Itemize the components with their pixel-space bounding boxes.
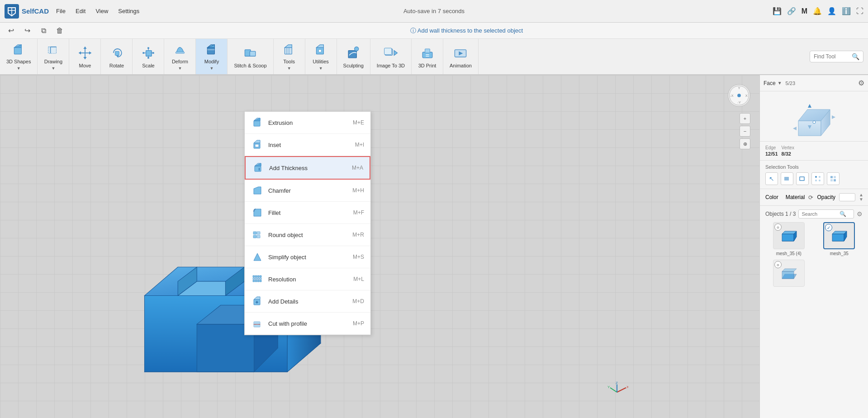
- svg-rect-99: [255, 280, 257, 282]
- fillet-icon: [251, 206, 264, 219]
- svg-rect-25: [147, 57, 149, 59]
- tool-sculpting[interactable]: Sculpting: [337, 39, 370, 74]
- tool-animation[interactable]: Animation: [443, 39, 479, 74]
- menu-item-chamfer[interactable]: Chamfer M+H: [245, 180, 370, 202]
- svg-rect-78: [255, 144, 259, 147]
- menu-item-extrusion[interactable]: Extrusion M+E: [245, 112, 370, 134]
- object-thumb-3[interactable]: ○: [773, 260, 805, 287]
- svg-marker-84: [254, 209, 261, 216]
- sculpting-label: Sculpting: [343, 63, 364, 68]
- svg-rect-94: [253, 278, 255, 280]
- menu-item-fillet[interactable]: Fillet M+F: [245, 202, 370, 224]
- delete-button[interactable]: 🗑: [53, 24, 66, 37]
- chamfer-label: Chamfer: [268, 187, 348, 194]
- select-more-button[interactable]: [827, 172, 840, 185]
- share-icon[interactable]: 🔗: [787, 7, 796, 15]
- objects-search-input[interactable]: [802, 211, 838, 217]
- tool-3d-print[interactable]: 3D Print: [412, 39, 443, 74]
- menu-item-inset[interactable]: Inset M+I: [245, 134, 370, 156]
- app-logo[interactable]: SelfCAD: [5, 4, 49, 19]
- info-icon[interactable]: ℹ️: [842, 7, 851, 15]
- tool-modify[interactable]: Modify ▼: [196, 39, 228, 74]
- autosave-indicator: Auto-save in 7 seconds: [403, 8, 465, 14]
- material-icon[interactable]: ⟳: [808, 194, 813, 201]
- opacity-input[interactable]: 100: [839, 193, 855, 201]
- viewport-compass[interactable]: Y -Y -X X: [728, 84, 750, 107]
- cut-with-profile-shortcut: M+P: [353, 320, 364, 327]
- notification-icon[interactable]: 🔔: [813, 7, 822, 15]
- zoom-out-button[interactable]: −: [740, 126, 750, 137]
- find-tool-icon[interactable]: 🔍: [852, 53, 859, 60]
- inset-label: Inset: [268, 142, 351, 148]
- tool-scale[interactable]: Scale: [133, 39, 164, 74]
- image-to-3d-icon: [383, 45, 399, 61]
- svg-marker-38: [316, 45, 323, 48]
- menu-item-cut-with-profile[interactable]: Cut with profile M+P: [245, 313, 370, 335]
- simplify-object-icon: [251, 251, 264, 263]
- fullscreen-icon[interactable]: ⛶: [856, 7, 863, 15]
- tool-rotate[interactable]: Rotate: [101, 39, 133, 74]
- select-edge-button[interactable]: [796, 172, 809, 185]
- tools-label: Tools: [283, 59, 295, 64]
- undo-button[interactable]: ↩: [5, 24, 17, 37]
- object-check-3[interactable]: ○: [774, 261, 782, 268]
- modify-icon: [204, 43, 220, 57]
- svg-marker-44: [394, 51, 397, 56]
- pan-button[interactable]: ⊕: [740, 138, 750, 149]
- redo-button[interactable]: ↪: [21, 24, 33, 37]
- utilities-label: Utilities: [313, 59, 328, 64]
- tool-utilities[interactable]: Utilities ▼: [305, 39, 337, 74]
- menu-item-round-object[interactable]: Round object M+R: [245, 224, 370, 246]
- select-arrow-button[interactable]: ↖: [765, 172, 778, 185]
- tool-move[interactable]: Move: [69, 39, 101, 74]
- tool-stitch-scoop[interactable]: Stitch & Scoop: [228, 39, 273, 74]
- user-icon[interactable]: 👤: [827, 7, 836, 15]
- rp-settings-icon[interactable]: ⚙: [858, 79, 864, 87]
- cut-with-profile-label: Cut with profile: [268, 320, 348, 327]
- object-thumb-2[interactable]: ✓: [823, 222, 855, 249]
- vertex-stat: Vertex 8/32: [782, 145, 794, 157]
- select-vertex-button[interactable]: [811, 172, 824, 185]
- menu-item-add-details[interactable]: Add Details M+D: [245, 290, 370, 313]
- object-check-1[interactable]: ○: [774, 223, 782, 231]
- svg-marker-34: [285, 45, 292, 48]
- menu-file[interactable]: File: [53, 6, 68, 16]
- inset-shortcut: M+I: [355, 142, 364, 148]
- extrusion-label: Extrusion: [268, 119, 348, 126]
- opacity-stepper-icon[interactable]: ▲▼: [859, 193, 863, 202]
- menu-item-add-thickness[interactable]: Add Thickness M+A: [245, 156, 370, 180]
- svg-marker-12: [83, 57, 86, 59]
- drawing-icon: [45, 43, 62, 57]
- tool-deform[interactable]: Deform ▼: [164, 39, 196, 74]
- tool-image-to-3d[interactable]: Image To 3D: [370, 39, 412, 74]
- duplicate-button[interactable]: ⧉: [37, 24, 50, 37]
- zoom-in-button[interactable]: +: [740, 113, 750, 124]
- menu-item-resolution[interactable]: Resolution M+L: [245, 268, 370, 290]
- svg-rect-124: [830, 179, 833, 181]
- info-bar: ⓘ Add wall thickness to the selected obj…: [70, 27, 863, 35]
- add-details-icon: [251, 295, 264, 308]
- menu-item-simplify-object[interactable]: Simplify object M+S: [245, 246, 370, 268]
- tool-3d-shapes[interactable]: 3D Shapes ▼: [0, 39, 38, 74]
- tool-drawing[interactable]: Drawing ▼: [38, 39, 69, 74]
- select-face-button[interactable]: [781, 172, 793, 185]
- object-thumb-1[interactable]: ○: [773, 222, 805, 249]
- save-icon[interactable]: 💾: [773, 7, 782, 15]
- svg-rect-123: [834, 176, 836, 178]
- tool-tools[interactable]: Tools ▼: [274, 39, 305, 74]
- menu-view[interactable]: View: [93, 6, 111, 16]
- brand-icon[interactable]: M: [802, 7, 807, 15]
- svg-rect-17: [146, 51, 152, 57]
- menu-settings[interactable]: Settings: [115, 6, 142, 16]
- viewport[interactable]: Y -Y -X X + − ⊕ X Y Z: [0, 75, 759, 418]
- simplify-object-label: Simplify object: [268, 254, 348, 261]
- svg-rect-27: [207, 48, 214, 54]
- menu-edit[interactable]: Edit: [73, 6, 88, 16]
- objects-search-icon[interactable]: 🔍: [840, 211, 846, 217]
- objects-settings-icon[interactable]: ⚙: [857, 210, 863, 218]
- find-tool-input[interactable]: [814, 53, 850, 60]
- modify-arrow: ▼: [209, 66, 213, 71]
- face-dropdown-icon[interactable]: ▼: [778, 81, 782, 86]
- rp-header: Face ▼ 5/23 ⚙: [760, 75, 868, 91]
- cube-navigator[interactable]: [760, 91, 868, 142]
